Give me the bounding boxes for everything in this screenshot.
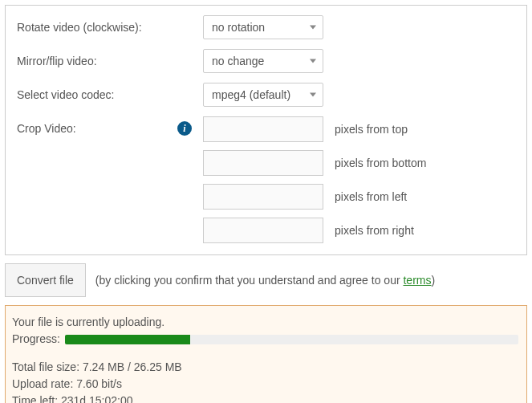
time-left-label: Time left: xyxy=(12,394,61,403)
upload-rate-line: Upload rate: 7.60 bit/s xyxy=(12,376,518,393)
terms-link[interactable]: terms xyxy=(403,274,431,287)
rotate-row: Rotate video (clockwise): no rotation xyxy=(17,15,515,39)
confirm-post: ) xyxy=(431,274,435,287)
convert-row: Convert file (by clicking you confirm th… xyxy=(5,263,527,297)
chevron-down-icon xyxy=(310,26,316,30)
time-left-line: Time left: 231d 15:02:00 xyxy=(12,393,518,403)
crop-top-suffix: pixels from top xyxy=(335,123,408,136)
crop-right-suffix: pixels from right xyxy=(335,224,414,237)
upload-status-text: Your file is currently uploading. xyxy=(12,314,518,331)
video-options-panel: Rotate video (clockwise): no rotation Mi… xyxy=(5,5,527,255)
confirm-pre: (by clicking you confirm that you unders… xyxy=(95,274,404,287)
crop-bottom-input[interactable] xyxy=(203,150,323,176)
rotate-select-value: no rotation xyxy=(212,21,265,34)
confirm-text: (by clicking you confirm that you unders… xyxy=(95,273,435,287)
progress-line: Progress: xyxy=(12,331,518,348)
upload-status-box: Your file is currently uploading. Progre… xyxy=(5,305,527,403)
total-size-value: 7.24 MB / 26.25 MB xyxy=(83,360,182,373)
crop-left-suffix: pixels from left xyxy=(335,190,407,203)
codec-select[interactable]: mpeg4 (default) xyxy=(203,83,323,107)
chevron-down-icon xyxy=(310,93,316,97)
progress-bar xyxy=(65,335,518,344)
time-left-value: 231d 15:02:00 xyxy=(61,394,133,403)
codec-label: Select video codec: xyxy=(17,88,203,101)
info-icon[interactable]: i xyxy=(177,121,192,136)
mirror-select[interactable]: no change xyxy=(203,49,323,73)
crop-top-input[interactable] xyxy=(203,116,323,142)
upload-rate-value: 7.60 bit/s xyxy=(76,377,122,390)
total-size-label: Total file size: xyxy=(12,360,83,373)
crop-bottom-suffix: pixels from bottom xyxy=(335,157,426,169)
mirror-row: Mirror/flip video: no change xyxy=(17,49,515,73)
crop-inputs: pixels from top pixels from bottom pixel… xyxy=(203,116,426,243)
upload-rate-label: Upload rate: xyxy=(12,377,76,390)
crop-row: Crop Video: i pixels from top pixels fro… xyxy=(17,116,515,243)
crop-right-input[interactable] xyxy=(203,218,323,243)
convert-button[interactable]: Convert file xyxy=(5,263,86,297)
codec-select-value: mpeg4 (default) xyxy=(212,88,290,101)
mirror-select-value: no change xyxy=(212,55,264,67)
progress-label: Progress: xyxy=(12,331,60,348)
crop-label-col: Crop Video: i xyxy=(17,116,203,136)
codec-row: Select video codec: mpeg4 (default) xyxy=(17,83,515,107)
crop-label: Crop Video: xyxy=(17,122,76,135)
total-size-line: Total file size: 7.24 MB / 26.25 MB xyxy=(12,359,518,376)
rotate-label: Rotate video (clockwise): xyxy=(17,21,203,34)
progress-bar-fill xyxy=(65,335,190,344)
chevron-down-icon xyxy=(310,59,316,63)
mirror-label: Mirror/flip video: xyxy=(17,55,203,67)
rotate-select[interactable]: no rotation xyxy=(203,15,323,39)
crop-left-input[interactable] xyxy=(203,184,323,210)
